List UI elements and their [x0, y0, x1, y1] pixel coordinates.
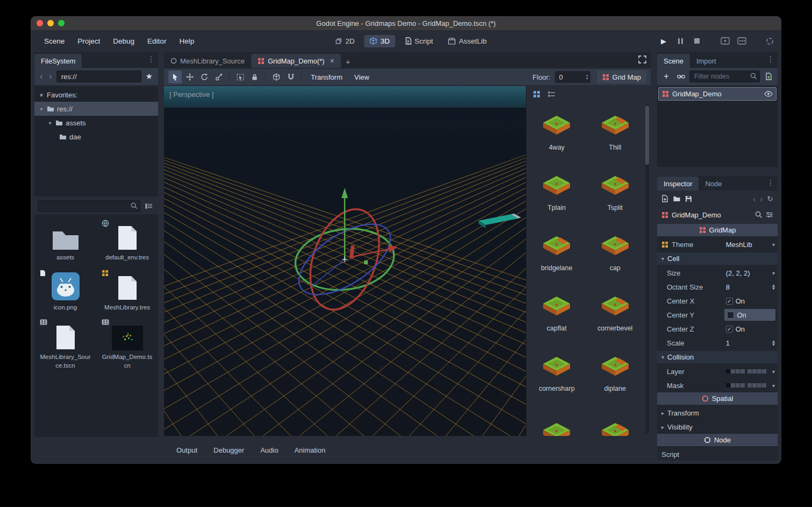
palette-item[interactable] — [528, 404, 586, 436]
checkbox-checked[interactable]: ✓ — [726, 326, 733, 333]
file-item[interactable]: MeshLibrary.tres — [96, 271, 158, 312]
property-collision-layer[interactable]: Layer ▾ — [657, 364, 778, 378]
palette-item[interactable]: 4way — [528, 102, 586, 163]
chevron-down-icon[interactable]: ▾ — [772, 270, 775, 276]
file-item[interactable]: default_env.tres — [96, 221, 158, 262]
dock-menu-icon[interactable]: ⋮ — [767, 55, 774, 64]
section-visibility[interactable]: ▸ Visibility — [657, 420, 778, 434]
spinner-arrows-icon[interactable]: ▴ ▾ — [586, 74, 588, 80]
visibility-eye-icon[interactable] — [764, 91, 773, 97]
property-octant-size[interactable]: Octant Size 8 ▴ ▾ — [657, 280, 778, 294]
nav-forward-button[interactable]: › — [47, 72, 54, 81]
tree-item-assets[interactable]: ▾ assets — [34, 116, 158, 130]
scale-mode-button[interactable] — [212, 71, 225, 83]
close-tab-icon[interactable]: × — [330, 57, 334, 65]
list-select-button[interactable] — [233, 71, 247, 83]
list-view-button[interactable] — [546, 88, 558, 100]
grid-map-menu-button[interactable]: Grid Map — [597, 71, 646, 83]
floor-spinbox[interactable]: ▴ ▾ — [555, 71, 590, 83]
new-resource-button[interactable] — [661, 195, 668, 202]
palette-scrollbar-thumb[interactable] — [645, 105, 649, 165]
stop-button[interactable] — [692, 36, 702, 46]
file-item[interactable]: MeshLibrary_Source.tscn — [34, 320, 96, 370]
path-input[interactable] — [56, 71, 141, 82]
new-scene-tab-button[interactable]: + — [341, 57, 355, 68]
history-back-button[interactable]: ‹ — [753, 194, 756, 203]
section-transform[interactable]: ▸ Transform — [657, 406, 778, 420]
file-list-view-toggle[interactable] — [143, 200, 155, 212]
scene-node-gridmap-demo[interactable]: GridMap_Demo — [658, 87, 777, 101]
menu-debug[interactable]: Debug — [107, 35, 140, 47]
menu-help[interactable]: Help — [173, 35, 200, 47]
play-custom-scene-button[interactable] — [736, 36, 747, 46]
rotate-mode-button[interactable] — [197, 71, 211, 83]
minimize-window-button[interactable] — [47, 20, 54, 26]
output-panel-button[interactable]: Output — [169, 445, 204, 456]
snap-button[interactable] — [284, 71, 297, 83]
file-search-input[interactable] — [38, 200, 140, 212]
tab-filesystem[interactable]: FileSystem — [34, 54, 82, 68]
theme-value[interactable]: MeshLib — [726, 241, 752, 249]
spinner-arrows-icon[interactable]: ▴ ▾ — [772, 340, 775, 346]
octant-size-value[interactable]: 8 — [726, 283, 730, 291]
distraction-free-icon[interactable] — [638, 55, 646, 64]
chevron-down-icon[interactable]: ▾ — [772, 369, 775, 375]
property-theme[interactable]: Theme MeshLib ▾ — [657, 237, 778, 251]
menu-scene[interactable]: Scene — [38, 35, 70, 47]
history-forward-button[interactable]: › — [760, 194, 763, 203]
close-window-button[interactable] — [37, 20, 43, 26]
property-search-button[interactable] — [755, 211, 763, 219]
layer-grid-widget[interactable] — [726, 383, 766, 388]
3d-viewport[interactable]: [ Perspective ] — [164, 86, 526, 436]
scale-value[interactable]: 1 — [726, 339, 730, 347]
chevron-down-icon[interactable]: ▾ — [39, 106, 44, 112]
tab-scene[interactable]: Scene — [657, 54, 690, 68]
section-cell[interactable]: ▾ Cell — [657, 252, 778, 265]
file-item[interactable]: GridMap_Demo.tscn — [96, 320, 158, 370]
palette-item[interactable]: cap — [586, 223, 645, 283]
editor-2d-button[interactable]: 2D — [330, 35, 360, 47]
property-scale[interactable]: Scale 1 ▴ ▾ — [657, 336, 778, 350]
palette-item[interactable]: Thill — [586, 102, 645, 163]
nav-back-button[interactable]: ‹ — [38, 72, 45, 81]
menu-project[interactable]: Project — [72, 35, 106, 47]
property-center-z[interactable]: Center Z ✓ On — [657, 322, 778, 336]
palette-item[interactable]: diplane — [586, 343, 645, 404]
lock-button[interactable] — [248, 71, 261, 83]
property-size[interactable]: Size (2, 2, 2) ▾ — [657, 266, 778, 280]
transform-menu[interactable]: Transform — [305, 73, 348, 81]
spinner-arrows-icon[interactable]: ▴ ▾ — [772, 284, 775, 290]
zoom-window-button[interactable] — [58, 20, 65, 26]
layer-grid-widget[interactable] — [726, 369, 766, 374]
palette-item[interactable]: Tsplit — [586, 163, 645, 223]
palette-item[interactable]: cornersharp — [528, 343, 586, 404]
menu-editor[interactable]: Editor — [141, 35, 172, 47]
tree-item-favorites[interactable]: ★ Favorites: — [34, 88, 158, 102]
pause-button[interactable] — [675, 36, 686, 46]
tree-item-res[interactable]: ▾ res:// — [34, 102, 158, 116]
move-mode-button[interactable] — [183, 71, 196, 83]
object-history-icon[interactable]: ↻ — [767, 194, 773, 203]
favorite-toggle-button[interactable]: ★ — [144, 72, 155, 81]
checkbox-unchecked[interactable]: ✓ — [727, 312, 734, 319]
property-collision-mask[interactable]: Mask ▾ — [657, 378, 778, 392]
attach-script-button[interactable] — [763, 71, 774, 82]
chevron-down-icon[interactable]: ▾ — [772, 383, 775, 389]
perspective-label[interactable]: [ Perspective ] — [169, 90, 213, 98]
palette-item[interactable]: Tplain — [528, 163, 586, 223]
select-mode-button[interactable] — [168, 71, 182, 83]
checkbox-checked[interactable]: ✓ — [726, 298, 733, 305]
inspector-tools-button[interactable] — [766, 212, 773, 218]
palette-item[interactable]: cornerbevel — [586, 283, 645, 343]
audio-panel-button[interactable]: Audio — [253, 445, 285, 456]
editor-3d-button[interactable]: 3D — [364, 35, 395, 47]
play-button[interactable]: ▶ — [658, 36, 669, 46]
dock-menu-icon[interactable]: ⋮ — [147, 55, 155, 64]
scene-tab-meshlibrary-source[interactable]: MeshLibrary_Source — [164, 54, 251, 68]
property-script[interactable]: Script — [657, 447, 778, 460]
tab-import[interactable]: Import — [690, 54, 723, 68]
file-item[interactable]: assets — [34, 221, 96, 262]
palette-item[interactable]: capflat — [528, 283, 586, 343]
property-center-x[interactable]: Center X ✓ On — [657, 294, 778, 308]
play-scene-button[interactable] — [720, 36, 730, 46]
